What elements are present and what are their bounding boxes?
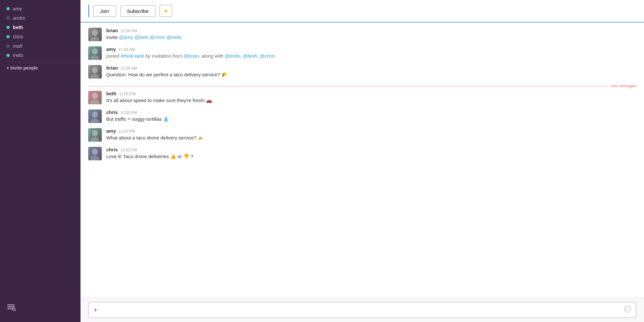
message-content: chris12:00 PMBut traffic = soggy tortill… (106, 109, 636, 123)
message-row: chris12:02 PMLove it! Taco drone deliver… (88, 147, 636, 160)
sidebar-name-amy: amy (13, 6, 22, 11)
status-dot-trello (6, 54, 10, 57)
mention-link[interactable]: @amy (119, 34, 133, 40)
svg-point-26 (624, 306, 631, 312)
message-text: joined #think-tank by invitation from @b… (106, 52, 636, 60)
message-author: amy (106, 46, 116, 52)
svg-point-24 (92, 149, 98, 155)
menu-search-icon[interactable] (6, 302, 74, 313)
message-row: brian11:59 AMQuestion: How do we perfect… (88, 65, 636, 79)
sidebar-item-matt[interactable]: matt (0, 41, 80, 51)
star-icon: ★ (163, 8, 168, 14)
message-time: 12:00 PM (119, 92, 136, 96)
message-text: It's all about speed to make sure they'r… (106, 97, 636, 104)
svg-point-12 (92, 67, 98, 73)
mention-link[interactable]: #think-tank (120, 53, 144, 59)
svg-point-9 (92, 48, 98, 55)
message-time: 11:58 AM (118, 47, 135, 52)
sidebar-item-beth[interactable]: beth (0, 23, 80, 32)
main-content: Join Subscribe ★ brian11:58 AMinvite @am… (80, 0, 644, 322)
mention-link[interactable]: @chris (150, 34, 165, 40)
message-time: 12:01 PM (118, 129, 135, 134)
message-text: invite @amy @beth @chris @trello (106, 34, 636, 41)
message-time: 11:59 AM (121, 66, 137, 71)
sidebar-name-matt: matt (13, 43, 22, 49)
sidebar-name-andre: andre (13, 15, 25, 21)
mention-link[interactable]: @brian (183, 53, 199, 59)
message-row: brian11:58 AMinvite @amy @beth @chris @t… (88, 28, 636, 41)
message-author: beth (106, 91, 117, 96)
star-button[interactable]: ★ (159, 5, 172, 17)
message-content: amy11:58 AMjoined #think-tank by invitat… (106, 46, 636, 60)
sidebar-name-trello: trello (13, 52, 24, 58)
subscribe-button[interactable]: Subscribe (120, 5, 156, 17)
message-row: amy12:01 PMWhat about a taco drone deliv… (88, 128, 636, 142)
svg-point-21 (92, 130, 98, 137)
message-time: 12:02 PM (120, 148, 137, 152)
sidebar-item-trello[interactable]: trello (0, 51, 80, 60)
sidebar-name-beth: beth (13, 24, 23, 30)
message-row: chris12:00 PMBut traffic = soggy tortill… (88, 109, 636, 123)
message-time: 11:58 AM (121, 29, 137, 33)
sidebar-item-chris[interactable]: chris (0, 32, 80, 41)
message-text: But traffic = soggy tortillas 💧 (106, 116, 636, 123)
message-text: Question: How do we perfect a taco deliv… (106, 71, 636, 79)
svg-point-27 (626, 308, 627, 309)
svg-point-6 (92, 30, 98, 36)
status-dot-matt (6, 44, 10, 48)
new-messages-divider: new messages (88, 84, 636, 88)
emoji-button[interactable] (624, 306, 631, 314)
message-content: brian11:58 AMinvite @amy @beth @chris @t… (106, 28, 636, 41)
message-row: beth12:00 PMIt's all about speed to make… (88, 91, 636, 104)
mention-link[interactable]: @beth (134, 34, 148, 40)
mention-link[interactable]: @trello (166, 34, 182, 40)
topbar: Join Subscribe ★ (80, 0, 644, 23)
sidebar-bottom (0, 297, 80, 318)
sidebar-item-amy[interactable]: amy (0, 4, 80, 13)
avatar-chris (88, 147, 102, 160)
avatar-brian (88, 28, 102, 41)
join-button[interactable]: Join (93, 5, 116, 17)
mention-link[interactable]: @beth (243, 53, 257, 59)
message-author: brian (106, 28, 118, 33)
message-content: beth12:00 PMIt's all about speed to make… (106, 91, 636, 104)
status-dot-chris (6, 35, 10, 38)
mention-link[interactable]: @chris (260, 53, 275, 59)
status-dot-andre (6, 16, 10, 20)
avatar-brian (88, 65, 102, 79)
svg-point-18 (92, 111, 98, 118)
svg-point-15 (92, 93, 98, 99)
status-dot-beth (6, 26, 10, 29)
message-text: What about a taco drone delivery service… (106, 134, 636, 142)
invite-people-label: + Invite people (6, 65, 38, 71)
message-input-box: + (88, 302, 636, 318)
new-messages-label: new messages (611, 84, 636, 88)
message-content: chris12:02 PMLove it! Taco drone deliver… (106, 147, 636, 160)
message-input[interactable] (101, 307, 620, 313)
message-author: amy (106, 128, 116, 134)
status-dot-amy (6, 7, 10, 10)
svg-line-4 (15, 310, 15, 311)
message-author: chris (106, 147, 118, 152)
avatar-chris (88, 109, 102, 123)
message-author: chris (106, 109, 118, 115)
avatar-amy (88, 128, 102, 142)
message-author: brian (106, 65, 118, 71)
add-attachment-button[interactable]: + (93, 306, 98, 314)
sidebar-item-andre[interactable]: andre (0, 13, 80, 23)
message-time: 12:00 PM (120, 110, 137, 115)
sidebar-name-chris: chris (13, 34, 23, 39)
message-content: amy12:01 PMWhat about a taco drone deliv… (106, 128, 636, 142)
message-row: amy11:58 AMjoined #think-tank by invitat… (88, 46, 636, 60)
mention-link[interactable]: @trello (225, 53, 240, 59)
input-area: + (80, 298, 644, 322)
sidebar: amyandrebethchrismatttrello + Invite peo… (0, 0, 80, 322)
messages-area: brian11:58 AMinvite @amy @beth @chris @t… (80, 23, 644, 298)
avatar-beth (88, 91, 102, 104)
svg-point-28 (628, 308, 629, 309)
message-content: brian11:59 AMQuestion: How do we perfect… (106, 65, 636, 79)
avatar-amy (88, 46, 102, 60)
topbar-divider (88, 5, 89, 17)
invite-people-button[interactable]: + Invite people (0, 62, 80, 74)
message-text: Love it! Taco drone deliveries 👍 or 👎 ? (106, 153, 636, 160)
